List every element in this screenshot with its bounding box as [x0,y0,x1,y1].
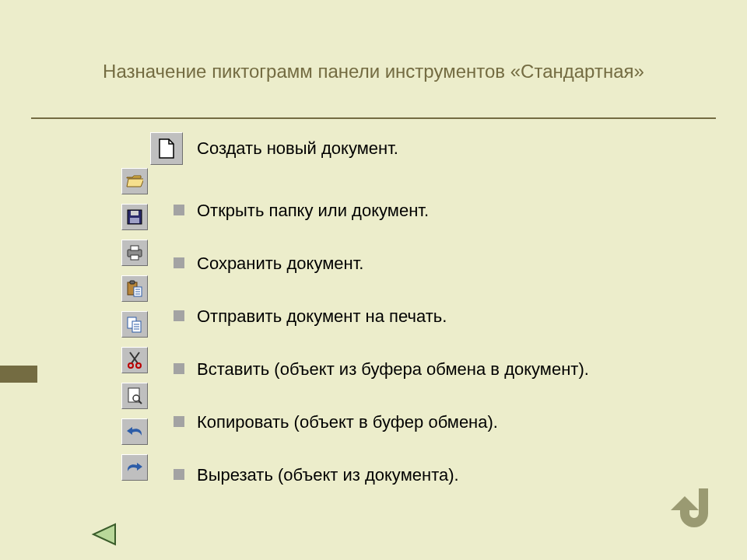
list-item: Открыть папку или документ. [174,201,589,221]
description-list: Создать новый документ. Открыть папку ил… [174,138,589,518]
list-item: Вставить (объект из буфера обмена в доку… [174,359,589,380]
return-button[interactable] [669,484,724,538]
svg-rect-6 [131,255,139,260]
svg-line-24 [139,401,142,404]
list-item-label: Открыть папку или документ. [197,201,589,221]
list-item: Вырезать (объект из документа). [174,465,589,485]
cut-icon [121,347,148,373]
undo-icon [121,418,148,445]
list-item-label: Создать новый документ. [197,138,589,159]
bullet-icon [174,310,184,321]
svg-rect-3 [130,218,139,223]
list-item: Сохранить документ. [174,254,589,274]
toolbar-icon-column [121,134,148,485]
svg-point-21 [136,363,141,368]
list-item-label: Отправить документ на печать. [197,306,589,327]
bullet-icon [174,469,184,480]
svg-marker-25 [93,524,115,544]
bullet-icon [174,363,184,374]
preview-icon [121,383,148,409]
svg-marker-0 [160,139,174,158]
svg-line-18 [130,352,138,363]
svg-line-19 [132,352,139,363]
svg-rect-2 [131,211,139,215]
print-icon [121,240,148,266]
list-item: Копировать (объект в буфер обмена). [174,412,589,432]
list-item-label: Копировать (объект в буфер обмена). [197,412,589,432]
list-item: Отправить документ на печать. [174,306,589,327]
title-separator [31,117,716,119]
list-item-label: Сохранить документ. [197,254,589,274]
svg-rect-8 [130,281,135,284]
list-item-label: Вставить (объект из буфера обмена в доку… [197,359,589,380]
copy-icon [121,311,148,338]
bullet-icon [174,416,184,427]
bullet-icon [174,205,184,215]
redo-icon [121,454,148,481]
svg-point-20 [128,363,133,368]
slide-title: Назначение пиктограмм панели инструменто… [0,61,747,82]
paste-icon [121,275,148,302]
list-item: Создать новый документ. [174,138,589,159]
open-folder-icon [121,168,148,194]
bullet-icon [174,257,184,268]
side-accent-bar [0,366,37,383]
list-item-label: Вырезать (объект из документа). [197,465,589,485]
prev-slide-button[interactable] [89,521,118,548]
save-icon [121,204,148,230]
svg-rect-5 [131,246,139,250]
